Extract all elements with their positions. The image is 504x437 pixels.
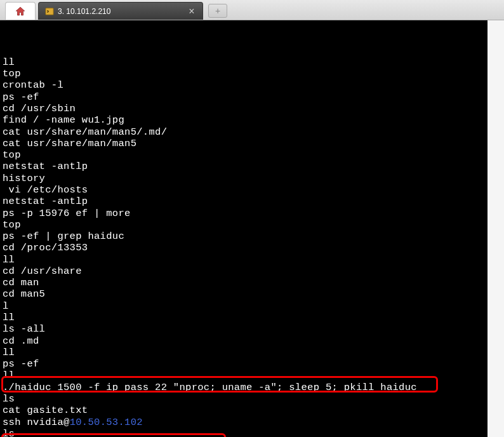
active-tab[interactable]: 3. 10.101.2.210 × xyxy=(38,2,203,20)
terminal-line: cd /usr/share xyxy=(3,266,485,277)
terminal-line: ./haiduc 1500 -f ip pass 22 "nproc; unam… xyxy=(3,382,485,393)
terminal-line: netstat -antlp xyxy=(3,196,485,207)
terminal-line: ls xyxy=(3,393,485,405)
terminal-output[interactable]: lltopcrontab -lps -efcd /usr/sbinfind / … xyxy=(0,20,487,437)
terminal-line: ls -all xyxy=(3,323,485,335)
terminal-line: cd .md xyxy=(3,335,485,347)
terminal-line: cd /proc/13353 xyxy=(3,242,485,253)
terminal-line: top xyxy=(3,68,485,79)
terminal-line: top xyxy=(3,219,485,231)
terminal-line: cd /usr/sbin xyxy=(3,103,485,114)
terminal-line: ps -ef xyxy=(3,358,485,370)
terminal-line: ll xyxy=(3,254,485,266)
terminal-line: ssh nvidia@10.50.53.102 xyxy=(3,417,485,428)
terminal-line: history xyxy=(3,173,485,184)
terminal-line: ll xyxy=(3,370,485,381)
browser-tab-bar: 3. 10.101.2.210 × + xyxy=(0,0,504,20)
terminal-line: ll xyxy=(3,57,485,68)
terminal-icon xyxy=(45,7,54,16)
tab-close-button[interactable]: × xyxy=(187,7,196,16)
ip-address: 10.50.53.102 xyxy=(70,417,143,428)
terminal-line: find / -name wu1.jpg xyxy=(3,114,485,126)
terminal-line: ps -ef xyxy=(3,91,485,103)
terminal-line: top xyxy=(3,149,485,161)
home-icon xyxy=(15,6,26,17)
terminal-line: ps -ef | grep haiduc xyxy=(3,231,485,242)
terminal-line: cat usr/share/man/man5/.md/ xyxy=(3,126,485,138)
terminal-line: cat usr/share/man/man5 xyxy=(3,138,485,149)
terminal-line: vi /etc/hosts xyxy=(3,184,485,196)
terminal-line: crontab -l xyxy=(3,79,485,91)
terminal-line: ps -p 15976 ef | more xyxy=(3,208,485,219)
terminal-line: cd man xyxy=(3,277,485,288)
svg-rect-0 xyxy=(46,8,53,15)
terminal-line: ll xyxy=(3,312,485,323)
terminal-line: cd man5 xyxy=(3,288,485,300)
terminal-line: ll xyxy=(3,347,485,358)
home-tab[interactable] xyxy=(5,2,36,20)
tab-title: 3. 10.101.2.210 xyxy=(58,7,181,16)
terminal-line: cat gasite.txt xyxy=(3,405,485,416)
terminal-line: l xyxy=(3,300,485,312)
plus-icon: + xyxy=(215,6,220,16)
new-tab-button[interactable]: + xyxy=(208,4,227,18)
terminal-line: ls xyxy=(3,428,485,437)
terminal-line: netstat -antlp xyxy=(3,161,485,172)
